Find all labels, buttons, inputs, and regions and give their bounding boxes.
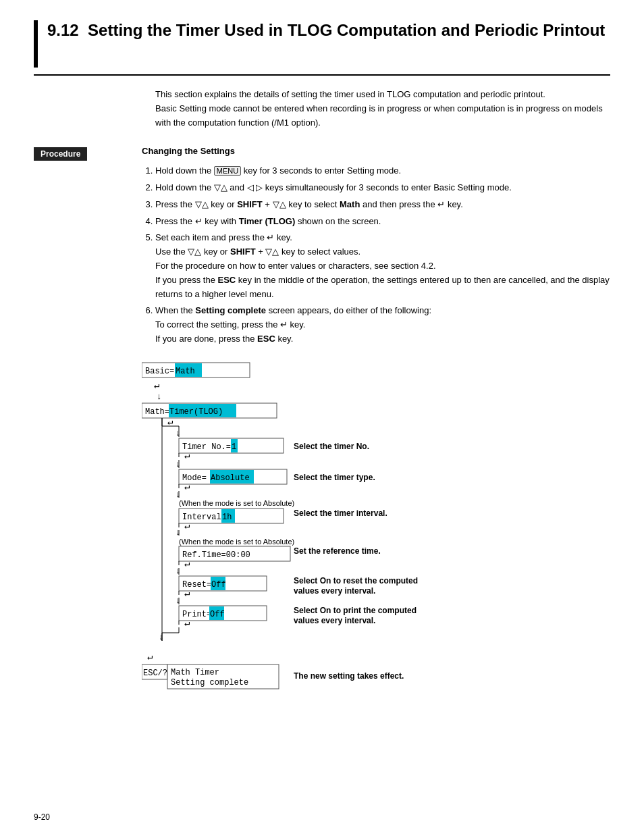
svg-text:↵: ↵ — [184, 618, 190, 629]
svg-text:Math: Math — [176, 367, 195, 376]
svg-text:Basic=: Basic= — [145, 367, 174, 376]
svg-text:(When the mode is set to Absol: (When the mode is set to Absolute) — [179, 538, 294, 546]
svg-text:(When the mode is set to Absol: (When the mode is set to Absolute) — [179, 499, 294, 507]
page-title: 9.12 Setting the Timer Used in TLOG Comp… — [47, 20, 605, 41]
svg-text:Select On to print the compute: Select On to print the computed — [294, 606, 417, 615]
intro-para-2: Basic Setting mode cannot be entered whe… — [155, 102, 610, 130]
step-6: When the Setting complete screen appears… — [155, 304, 610, 346]
ordered-steps: Hold down the MENU key for 3 seconds to … — [155, 164, 610, 346]
svg-text:↓: ↓ — [176, 428, 181, 438]
procedure-label-col: Procedure — [34, 145, 142, 746]
svg-text:↵: ↵ — [167, 417, 173, 427]
svg-text:Math Timer: Math Timer — [171, 668, 219, 677]
svg-text:↵: ↵ — [184, 450, 190, 461]
diagram-svg: Basic= Math ↵ ↓ Math= Timer(TLOG) — [142, 357, 574, 742]
svg-text:↵: ↵ — [154, 380, 159, 391]
step-5: Set each item and press the ↵ key. Use t… — [155, 231, 610, 301]
svg-text:Math=: Math= — [145, 407, 169, 417]
procedure-content: Changing the Settings Hold down the MENU… — [142, 145, 610, 746]
svg-text:↵: ↵ — [184, 588, 190, 599]
svg-text:↓: ↓ — [157, 392, 162, 402]
svg-text:↓: ↓ — [176, 527, 181, 538]
title-bar-accent — [34, 20, 38, 68]
diagram-section: Basic= Math ↵ ↓ Math= Timer(TLOG) — [142, 357, 610, 747]
svg-text:The new setting takes effect.: The new setting takes effect. — [294, 671, 404, 681]
menu-key: MENU — [214, 166, 241, 176]
step-4: Press the ↵ key with Timer (TLOG) shown … — [155, 215, 610, 229]
page: 9.12 Setting the Timer Used in TLOG Comp… — [0, 0, 644, 834]
step-5-sub1: Use the ▽△ key or SHIFT + ▽△ key to sele… — [155, 245, 610, 259]
intro-para-1: This section explains the details of set… — [155, 88, 610, 102]
svg-text:Ref.Time=00:00: Ref.Time=00:00 — [182, 550, 250, 560]
svg-text:Select the timer No.: Select the timer No. — [294, 442, 369, 451]
svg-text:1: 1 — [232, 442, 236, 452]
svg-text:↵: ↵ — [184, 558, 190, 569]
svg-text:Set the reference time.: Set the reference time. — [294, 546, 381, 556]
step-6-sub2: If you are done, press the ESC key. — [155, 332, 610, 346]
step-5-sub2: For the procedure on how to enter values… — [155, 259, 610, 273]
svg-text:Select On to reset the compute: Select On to reset the computed — [294, 576, 418, 585]
svg-text:Off: Off — [210, 610, 225, 619]
svg-text:Timer(TLOG): Timer(TLOG) — [169, 407, 223, 417]
svg-text:↵: ↵ — [184, 521, 190, 531]
svg-text:↓: ↓ — [176, 459, 181, 469]
step-2: Hold down the ▽△ and ◁ ▷ keys simultaneo… — [155, 181, 610, 195]
svg-text:↓: ↓ — [176, 566, 181, 576]
svg-text:ESC/?: ESC/? — [143, 669, 167, 678]
svg-text:Absolute: Absolute — [211, 473, 250, 483]
page-number: 9-20 — [34, 812, 50, 822]
svg-text:Off: Off — [211, 580, 226, 590]
svg-text:values every interval.: values every interval. — [294, 616, 375, 625]
svg-text:Select the timer interval.: Select the timer interval. — [294, 509, 387, 518]
subsection-title: Changing the Settings — [142, 145, 610, 159]
steps-list: Hold down the MENU key for 3 seconds to … — [142, 164, 610, 346]
step-3: Press the ▽△ key or SHIFT + ▽△ key to se… — [155, 198, 610, 212]
page-footer: 9-20 — [34, 812, 50, 822]
svg-text:↵: ↵ — [184, 481, 190, 492]
svg-text:↓: ↓ — [176, 490, 181, 500]
svg-text:Select the timer type.: Select the timer type. — [294, 473, 375, 482]
procedure-badge: Procedure — [34, 147, 87, 161]
title-section: 9.12 Setting the Timer Used in TLOG Comp… — [34, 20, 610, 76]
svg-text:↓: ↓ — [176, 596, 181, 606]
content-area: Procedure Changing the Settings Hold dow… — [34, 145, 610, 746]
svg-text:↓: ↓ — [159, 632, 164, 642]
svg-text:values every interval.: values every interval. — [294, 586, 375, 596]
svg-text:1h: 1h — [222, 513, 232, 522]
svg-text:↵: ↵ — [147, 652, 153, 662]
intro-section: This section explains the details of set… — [155, 88, 610, 130]
svg-text:Setting complete: Setting complete — [171, 678, 248, 687]
step-5-sub3: If you press the ESC key in the middle o… — [155, 273, 610, 302]
step-1: Hold down the MENU key for 3 seconds to … — [155, 164, 610, 178]
step-6-sub1: To correct the setting, press the ↵ key. — [155, 318, 610, 332]
